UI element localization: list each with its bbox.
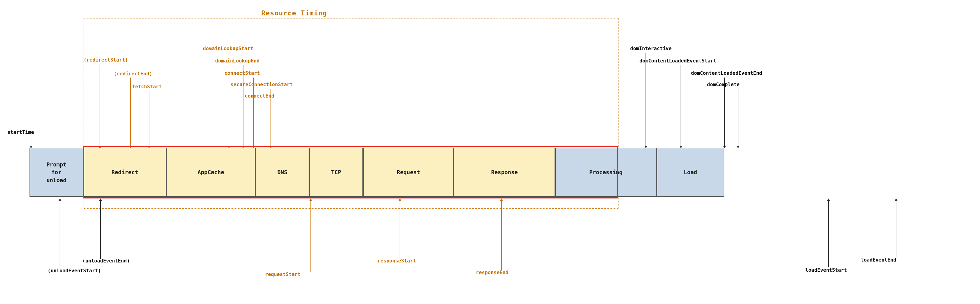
arrow-domcontentloadedeventstart xyxy=(679,65,682,148)
label-domcontentloadedeventstart: domContentLoadedEventStart xyxy=(640,58,716,64)
label-starttime: startTime xyxy=(7,129,34,135)
arrow-loadeventend xyxy=(894,198,897,258)
block-tcp: TCP xyxy=(309,148,363,197)
label-requeststart: requestStart xyxy=(265,271,301,277)
block-load: Load xyxy=(657,148,724,197)
arrow-unloadeventstart xyxy=(59,198,62,268)
label-domainlookupstart: domainLookupStart xyxy=(203,46,253,51)
label-connectend: connectEnd xyxy=(245,93,274,99)
label-fetchstart: fetchStart xyxy=(132,84,162,90)
label-dominteractive: domInteractive xyxy=(630,46,672,51)
arrow-loadeventstart xyxy=(827,198,830,267)
block-processing: Processing xyxy=(555,148,657,197)
diagram-container: Resource Timing Promptforunload Redirect… xyxy=(0,0,980,304)
label-loadeventstart: loadEventStart xyxy=(805,267,847,273)
block-prompt: Promptforunload xyxy=(30,148,83,197)
arrow-dominteractive xyxy=(644,53,648,148)
label-redirectend: (redirectEnd) xyxy=(114,71,152,77)
arrow-responseend xyxy=(500,198,503,270)
arrow-connectstart xyxy=(252,78,255,148)
timeline-bar: Promptforunload Redirect AppCache DNS TC… xyxy=(30,148,724,197)
arrow-domcontentloadedeventend xyxy=(723,78,726,148)
label-responsestart: responseStart xyxy=(377,258,416,264)
arrow-domainlookupend xyxy=(242,65,245,148)
label-unloadeventstart: (unloadEventStart) xyxy=(48,268,101,274)
arrow-starttime xyxy=(30,136,33,148)
block-dns: DNS xyxy=(255,148,309,197)
label-domainlookupend: domainLookupEnd xyxy=(215,58,260,64)
resource-timing-label: Resource Timing xyxy=(261,9,327,17)
arrow-redirectstart xyxy=(99,65,102,149)
block-request: Request xyxy=(363,148,454,197)
arrow-unloadeventend xyxy=(99,198,102,259)
label-unloadeventend: (unloadEventEnd) xyxy=(83,258,130,264)
block-redirect: Redirect xyxy=(83,148,166,197)
label-domcontentloadedeventend: domContentLoadedEventEnd xyxy=(691,70,762,76)
label-loadeventend: loadEventEnd xyxy=(861,257,896,263)
block-appcache: AppCache xyxy=(166,148,255,197)
arrow-responsestart xyxy=(398,198,401,259)
label-responseend: responseEnd xyxy=(476,270,508,275)
arrow-redirectend xyxy=(129,78,132,148)
arrow-domcomplete xyxy=(737,89,740,148)
label-redirectstart: (redirectStart) xyxy=(84,57,128,63)
arrow-requeststart xyxy=(309,198,312,272)
label-connectstart: connectStart xyxy=(224,70,260,76)
block-response: Response xyxy=(454,148,555,197)
arrow-fetchstart xyxy=(148,90,151,148)
label-secureconnectionstart: secureConnectionStart xyxy=(231,82,293,87)
arrow-connectend xyxy=(269,100,272,148)
label-domcomplete: domComplete xyxy=(707,82,740,87)
arrow-domainlookupstart xyxy=(228,53,231,148)
